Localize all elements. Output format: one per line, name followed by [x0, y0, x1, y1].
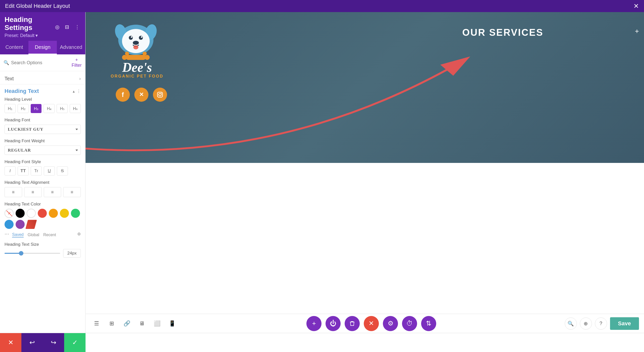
heading-text-section: Heading Text ▴ ⋮ Heading Level H₁ H₂ H₃ …	[0, 84, 85, 266]
color-tab-recent[interactable]: Recent	[43, 233, 56, 237]
italic-button[interactable]: I	[5, 166, 16, 175]
sidebar-title-group: Heading Settings Preset: Default ▾	[5, 16, 54, 38]
facebook-icon[interactable]: f	[116, 88, 130, 102]
close-button-center[interactable]: ✕	[364, 316, 379, 331]
h4-button[interactable]: H₄	[44, 104, 55, 113]
history-button[interactable]: ⏱	[402, 316, 417, 331]
svg-point-9	[133, 45, 138, 49]
columns-icon[interactable]: ⊟	[64, 23, 70, 31]
delete-button[interactable]	[345, 316, 360, 331]
heading-font-weight-select[interactable]: Regular	[5, 146, 81, 155]
svg-point-13	[125, 52, 129, 56]
toolbar-center: + ⏻ ✕ ⚙ ⏱ ⇅	[306, 316, 436, 331]
search-input[interactable]	[11, 60, 69, 65]
transparent-swatch[interactable]: ✕	[5, 209, 14, 218]
size-slider-value[interactable]: 24px	[63, 249, 81, 258]
filter-button[interactable]: + Filter	[71, 57, 82, 68]
yellow-swatch[interactable]	[60, 209, 69, 218]
layers-button[interactable]: ⊕	[580, 318, 592, 330]
titlecase-button[interactable]: Tr	[31, 166, 42, 175]
search-button[interactable]: 🔍	[565, 318, 577, 330]
h2-button[interactable]: H₂	[18, 104, 29, 113]
cancel-button[interactable]: ✕	[0, 333, 21, 352]
help-button[interactable]: ?	[595, 318, 607, 330]
canvas-toolbar: ☰ ⊞ 🔗 🖥 ⬜ 📱 + ⏻ ✕ ⚙ ⏱ ⇅	[86, 314, 644, 333]
heading-color-label: Heading Text Color	[5, 202, 81, 207]
settings-circle-icon[interactable]: ◎	[54, 23, 60, 31]
white-swatch[interactable]	[27, 209, 36, 218]
sidebar: Heading Settings Preset: Default ▾ ◎ ⊟ ⋮…	[0, 12, 86, 333]
red-pen-swatch[interactable]	[25, 220, 37, 229]
gear-settings-button[interactable]: ⚙	[383, 316, 398, 331]
black-swatch[interactable]	[16, 209, 25, 218]
svg-rect-10	[126, 55, 146, 60]
color-tab-saved[interactable]: Saved	[12, 232, 23, 237]
tablet-view-icon[interactable]: ⬜	[151, 318, 163, 330]
heading-font-label: Heading Font	[5, 118, 81, 123]
svg-point-16	[159, 93, 161, 96]
heading-font-weight-setting: Heading Font Weight Regular	[5, 138, 81, 155]
heading-font-style-label: Heading Font Style	[5, 159, 81, 164]
uppercase-button[interactable]: TT	[18, 166, 29, 175]
reorder-button[interactable]: ⇅	[421, 316, 436, 331]
tab-advanced[interactable]: Advanced	[57, 41, 85, 54]
red-swatch[interactable]	[38, 209, 47, 218]
heading-text-section-title: Heading Text	[5, 88, 39, 94]
heading-text-section-header[interactable]: Heading Text ▴ ⋮	[5, 84, 81, 97]
underline-button[interactable]: U	[44, 166, 55, 175]
sidebar-header-row: Heading Settings Preset: Default ▾ ◎ ⊟ ⋮	[5, 16, 81, 38]
logo-subtitle-text: ORGANIC PET FOOD	[111, 74, 164, 79]
h1-button[interactable]: H₁	[5, 104, 16, 113]
more-colors-icon[interactable]: ···	[5, 231, 9, 237]
purple-swatch[interactable]	[16, 220, 25, 229]
heading-alignment-label: Heading Text Alignment	[5, 180, 81, 185]
orange-swatch[interactable]	[49, 209, 58, 218]
more-dots-icon[interactable]: ⋮	[77, 89, 81, 94]
redo-button[interactable]: ↪	[43, 333, 64, 352]
h6-button[interactable]: H₆	[70, 104, 81, 113]
add-section-button[interactable]: +	[635, 27, 639, 35]
sidebar-preset[interactable]: Preset: Default ▾	[5, 33, 54, 38]
more-options-icon[interactable]: ⋮	[74, 23, 81, 31]
desktop-view-icon[interactable]: 🖥	[136, 318, 148, 330]
align-justify-button[interactable]: ≡	[63, 187, 81, 197]
h3-button[interactable]: H₃	[31, 104, 42, 113]
mobile-view-icon[interactable]: 📱	[166, 318, 178, 330]
search-icon: 🔍	[4, 60, 9, 65]
green-swatch[interactable]	[71, 209, 80, 218]
h5-button[interactable]: H₅	[57, 104, 68, 113]
confirm-button[interactable]: ✓	[64, 333, 86, 352]
svg-point-12	[145, 55, 150, 60]
close-button[interactable]: ✕	[633, 3, 639, 9]
text-section-header[interactable]: Text ›	[0, 71, 85, 84]
strikethrough-button[interactable]: S	[57, 166, 68, 175]
save-button[interactable]: Save	[610, 317, 639, 330]
tab-design[interactable]: Design	[28, 41, 57, 54]
twitter-x-icon[interactable]: ✕	[134, 88, 148, 102]
link-icon[interactable]: 🔗	[121, 318, 133, 330]
bottom-action-bar: ✕ ↩ ↪ ✓	[0, 333, 644, 352]
blue-swatch[interactable]	[5, 220, 14, 229]
toolbar-left: ☰ ⊞ 🔗 🖥 ⬜ 📱	[91, 318, 178, 330]
tab-bar: Content Design Advanced	[0, 41, 85, 54]
white-content-area	[86, 163, 644, 314]
size-slider-track[interactable]	[5, 253, 60, 254]
sidebar-header-icons: ◎ ⊟ ⋮	[54, 23, 81, 31]
add-element-button[interactable]: +	[306, 316, 321, 331]
color-tab-global[interactable]: Global	[28, 233, 39, 237]
align-center-button[interactable]: ≡	[24, 187, 42, 197]
color-swatches: ✕	[5, 209, 81, 229]
tab-content[interactable]: Content	[0, 41, 28, 54]
collapse-icon[interactable]: ▴	[73, 89, 75, 94]
undo-button[interactable]: ↩	[21, 333, 43, 352]
heading-font-select[interactable]: LUCKIEST GUY	[5, 125, 81, 134]
size-slider-thumb[interactable]	[19, 251, 23, 256]
align-right-button[interactable]: ≡	[44, 187, 61, 197]
align-left-button[interactable]: ≡	[5, 187, 22, 197]
color-gear-icon[interactable]: ⚙	[77, 232, 81, 236]
grid-layout-icon[interactable]: ⊞	[106, 318, 118, 330]
instagram-icon[interactable]	[153, 88, 167, 102]
hamburger-menu-icon[interactable]: ☰	[91, 318, 103, 330]
power-button[interactable]: ⏻	[326, 316, 341, 331]
top-bar-title: Edit Global Header Layout	[5, 3, 70, 9]
